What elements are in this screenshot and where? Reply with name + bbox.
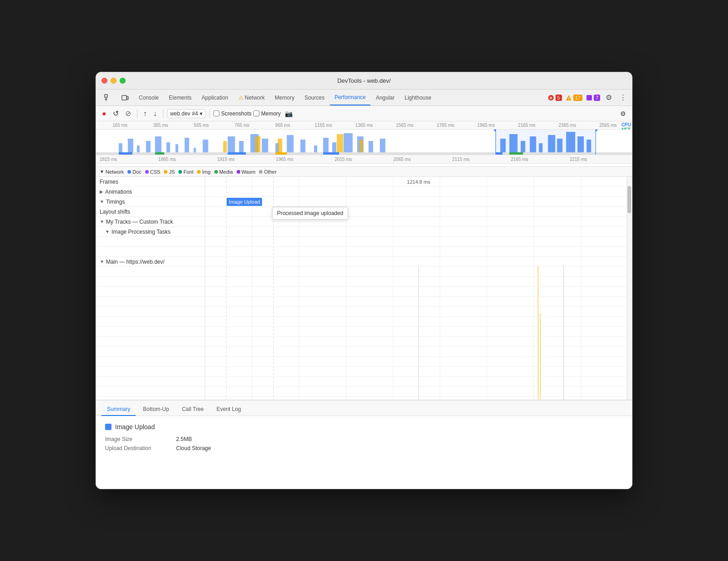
- sidebar-spacer-10: [96, 337, 205, 347]
- track-my-tracks: [205, 217, 632, 227]
- tab-inspect-icon[interactable]: [100, 90, 116, 105]
- svg-rect-57: [509, 152, 523, 155]
- filter-other[interactable]: Other: [259, 169, 277, 175]
- devtools-tab-bar: Console Elements Application ⚠Network Me…: [96, 90, 632, 106]
- animations-label: Animations: [105, 189, 132, 195]
- media-label: Media: [219, 169, 233, 175]
- tab-performance[interactable]: Performance: [330, 90, 370, 105]
- svg-rect-33: [380, 139, 385, 155]
- timeline-graph[interactable]: [96, 130, 632, 155]
- track-main-header: [205, 257, 632, 267]
- tab-device-icon[interactable]: [117, 90, 133, 105]
- sidebar-item-main[interactable]: ▼ Main — https://web.dev/: [96, 257, 205, 267]
- download-button[interactable]: ↓: [151, 108, 159, 119]
- tab-memory[interactable]: Memory: [270, 90, 299, 105]
- screenshots-checkbox[interactable]: Screenshots: [213, 110, 252, 117]
- tab-sources[interactable]: Sources: [300, 90, 329, 105]
- doc-label: Doc: [132, 169, 142, 175]
- filter-img[interactable]: Img: [197, 169, 210, 175]
- ruler-mark-9: 1965 ms: [466, 123, 506, 128]
- my-tracks-label: My Tracks — Custom Track: [106, 219, 173, 225]
- ruler-mark-7: 1565 ms: [384, 123, 425, 128]
- filter-css[interactable]: CSS: [145, 169, 161, 175]
- screenshots-checkbox-input[interactable]: [213, 110, 219, 116]
- timeline-ruler-top: 165 ms 365 ms 565 ms 765 ms 965 ms 1165 …: [96, 121, 632, 130]
- maximize-button[interactable]: [120, 78, 126, 84]
- frames-label: Frames: [100, 179, 118, 185]
- filter-font[interactable]: Font: [178, 169, 193, 175]
- more-options-button[interactable]: ⋮: [617, 92, 628, 103]
- tab-call-tree[interactable]: Call Tree: [177, 403, 209, 416]
- layout-shifts-label: Layout shifts: [100, 209, 130, 215]
- filter-doc[interactable]: Doc: [127, 169, 142, 175]
- frames-time: 1214.8 ms: [407, 179, 430, 185]
- sidebar-item-animations[interactable]: ▶ Animations: [96, 187, 205, 197]
- ruler-mark-11: 2365 ms: [547, 123, 587, 128]
- image-upload-tag[interactable]: Image Upload: [227, 198, 263, 206]
- sidebar-spacer-9: [96, 327, 205, 337]
- css-dot: [145, 170, 149, 174]
- sidebar-item-layout-shifts[interactable]: Layout shifts: [96, 207, 205, 217]
- ruler2-mark-8: 2215 ms: [570, 157, 628, 162]
- scrollbar-thumb[interactable]: [627, 186, 631, 213]
- svg-rect-11: [128, 139, 133, 155]
- image-processing-arrow: ▼: [105, 229, 110, 234]
- filter-js[interactable]: JS: [164, 169, 175, 175]
- ruler-mark-3: 765 ms: [222, 123, 262, 128]
- svg-rect-55: [323, 152, 339, 155]
- upload-button[interactable]: ↑: [141, 108, 149, 119]
- img-dot: [197, 170, 201, 174]
- sidebar-item-image-processing[interactable]: ▼ Image Processing Tasks: [96, 227, 205, 237]
- close-button[interactable]: [101, 78, 107, 84]
- timings-label: Timings: [106, 199, 125, 205]
- svg-rect-50: [96, 152, 632, 155]
- minimize-button[interactable]: [111, 78, 116, 84]
- reload-record-button[interactable]: ↺: [111, 108, 121, 119]
- sidebar-item-frames[interactable]: Frames: [96, 177, 205, 187]
- sidebar-spacer-14: [96, 377, 205, 387]
- profile-selector[interactable]: web.dev #4 ▾: [167, 109, 206, 118]
- network-toggle[interactable]: ▼ Network: [100, 169, 124, 175]
- track-main-11: [205, 367, 632, 377]
- svg-rect-37: [337, 134, 343, 155]
- svg-rect-53: [228, 152, 246, 155]
- js-dot: [164, 170, 167, 174]
- track-main-1: [205, 267, 632, 277]
- ruler-mark-4: 965 ms: [263, 123, 303, 128]
- tab-console[interactable]: Console: [134, 90, 163, 105]
- capture-settings-button[interactable]: ⚙: [618, 109, 628, 119]
- track-animations: [205, 187, 632, 197]
- tab-summary[interactable]: Summary: [101, 403, 136, 416]
- tab-network[interactable]: ⚠Network: [234, 90, 269, 105]
- track-spacer-1: [205, 237, 632, 247]
- sidebar-item-timings[interactable]: ▼ Timings: [96, 197, 205, 207]
- filter-wasm[interactable]: Wasm: [237, 169, 256, 175]
- img-label: Img: [202, 169, 210, 175]
- track-main-2: [205, 277, 632, 287]
- summary-key-upload-dest: Upload Destination: [105, 445, 169, 451]
- sidebar-spacer-11: [96, 347, 205, 357]
- clear-button[interactable]: ⊘: [123, 108, 133, 119]
- track-main-7: [205, 327, 632, 337]
- tab-bottom-up[interactable]: Bottom-Up: [137, 403, 174, 416]
- summary-value-image-size: 2.5MB: [176, 436, 192, 442]
- sidebar-spacer-1: [96, 237, 205, 247]
- tab-elements[interactable]: Elements: [164, 90, 196, 105]
- memory-checkbox[interactable]: Memory: [253, 110, 281, 117]
- sidebar-item-my-tracks[interactable]: ▼ My Tracks — Custom Track: [96, 217, 205, 227]
- svg-rect-54: [275, 152, 287, 155]
- record-button[interactable]: ●: [100, 108, 109, 119]
- tab-angular[interactable]: Angular: [371, 90, 399, 105]
- track-main-5: [205, 307, 632, 317]
- scrollbar-track[interactable]: [627, 177, 632, 400]
- wasm-dot: [237, 170, 240, 174]
- timeline-overview[interactable]: 165 ms 365 ms 565 ms 765 ms 965 ms 1165 …: [96, 121, 632, 167]
- svg-text:✕: ✕: [549, 96, 553, 100]
- filter-media[interactable]: Media: [214, 169, 233, 175]
- track-timings[interactable]: Image Upload Processed image uploaded: [205, 197, 632, 207]
- tab-event-log[interactable]: Event Log: [211, 403, 247, 416]
- settings-button[interactable]: ⚙: [604, 92, 614, 103]
- tab-application[interactable]: Application: [197, 90, 233, 105]
- tab-lighthouse[interactable]: Lighthouse: [400, 90, 436, 105]
- memory-checkbox-input[interactable]: [253, 110, 259, 116]
